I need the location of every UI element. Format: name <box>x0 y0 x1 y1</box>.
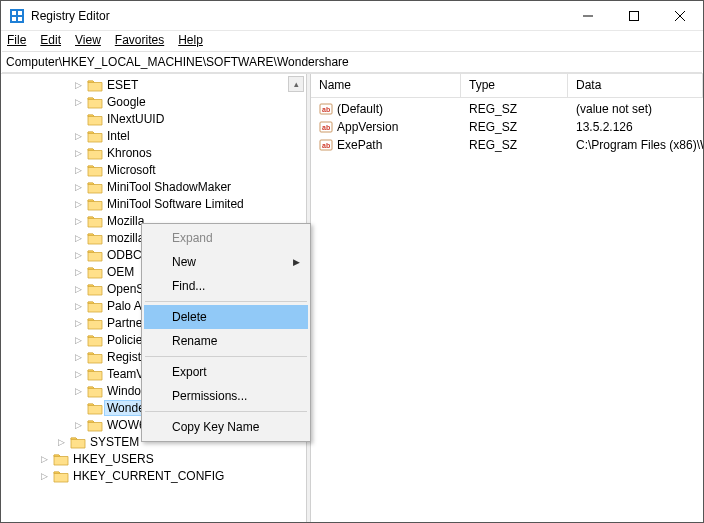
ctx-separator <box>145 356 307 357</box>
expander-icon[interactable]: ▷ <box>71 95 85 109</box>
folder-icon <box>87 265 103 279</box>
expander-icon[interactable]: ▷ <box>71 384 85 398</box>
expander-icon[interactable]: ▷ <box>71 282 85 296</box>
expander-icon[interactable]: ▷ <box>71 299 85 313</box>
svg-text:ab: ab <box>322 106 330 113</box>
value-name: (Default) <box>337 102 383 116</box>
folder-icon <box>87 384 103 398</box>
close-button[interactable] <box>657 1 703 30</box>
scroll-up-button[interactable]: ▴ <box>288 76 304 92</box>
tree-item-label: OEM <box>105 265 136 279</box>
svg-rect-3 <box>12 17 16 21</box>
svg-text:ab: ab <box>322 124 330 131</box>
expander-icon <box>71 401 85 415</box>
folder-icon <box>87 350 103 364</box>
expander-icon[interactable]: ▷ <box>54 435 68 449</box>
string-value-icon: ab <box>319 120 333 134</box>
folder-icon <box>87 282 103 296</box>
maximize-button[interactable] <box>611 1 657 30</box>
tree-item[interactable]: ▷Google <box>1 93 306 110</box>
folder-icon <box>87 180 103 194</box>
expander-icon[interactable]: ▷ <box>71 163 85 177</box>
ctx-permissions[interactable]: Permissions... <box>144 384 308 408</box>
tree-item[interactable]: ▷HKEY_CURRENT_CONFIG <box>1 467 306 484</box>
expander-icon[interactable]: ▷ <box>71 231 85 245</box>
expander-icon[interactable]: ▷ <box>71 265 85 279</box>
menu-edit[interactable]: Edit <box>40 33 61 47</box>
ctx-copy-key-name[interactable]: Copy Key Name <box>144 415 308 439</box>
expander-icon[interactable]: ▷ <box>71 367 85 381</box>
value-type: REG_SZ <box>461 120 568 134</box>
ctx-new[interactable]: New▶ <box>144 250 308 274</box>
tree-item[interactable]: ▷Intel <box>1 127 306 144</box>
expander-icon[interactable]: ▷ <box>71 350 85 364</box>
tree-item[interactable]: ▷ESET <box>1 76 306 93</box>
expander-icon[interactable]: ▷ <box>71 180 85 194</box>
tree-item[interactable]: ▷HKEY_USERS <box>1 450 306 467</box>
tree-item-label: ESET <box>105 78 140 92</box>
value-type: REG_SZ <box>461 138 568 152</box>
ctx-export[interactable]: Export <box>144 360 308 384</box>
folder-icon <box>87 231 103 245</box>
tree-item[interactable]: INextUUID <box>1 110 306 127</box>
expander-icon[interactable]: ▷ <box>71 197 85 211</box>
list-row[interactable]: ab(Default)REG_SZ(value not set) <box>311 100 703 118</box>
content-area: ▴ ▷ESET▷GoogleINextUUID▷Intel▷Khronos▷Mi… <box>1 73 703 522</box>
registry-editor-window: Registry Editor File Edit View Favorites… <box>0 0 704 523</box>
tree-item-label: Google <box>105 95 148 109</box>
tree-item-label: INextUUID <box>105 112 166 126</box>
tree-item[interactable]: ▷Khronos <box>1 144 306 161</box>
folder-icon <box>87 112 103 126</box>
ctx-delete[interactable]: Delete <box>144 305 308 329</box>
folder-icon <box>87 248 103 262</box>
value-type: REG_SZ <box>461 102 568 116</box>
expander-icon[interactable]: ▷ <box>71 333 85 347</box>
col-header-name[interactable]: Name <box>311 74 461 97</box>
tree-item-label: Intel <box>105 129 132 143</box>
expander-icon[interactable]: ▷ <box>71 214 85 228</box>
svg-rect-6 <box>630 11 639 20</box>
expander-icon[interactable]: ▷ <box>71 316 85 330</box>
tree-item[interactable]: ▷MiniTool ShadowMaker <box>1 178 306 195</box>
svg-rect-2 <box>18 11 22 15</box>
menu-file[interactable]: File <box>7 33 26 47</box>
minimize-button[interactable] <box>565 1 611 30</box>
folder-icon <box>87 146 103 160</box>
ctx-expand[interactable]: Expand <box>144 226 308 250</box>
tree-item-label: MiniTool Software Limited <box>105 197 246 211</box>
list-row[interactable]: abExePathREG_SZC:\Program Files (x86)\Wo… <box>311 136 703 154</box>
tree-item[interactable]: ▷MiniTool Software Limited <box>1 195 306 212</box>
tree-item-label: HKEY_CURRENT_CONFIG <box>71 469 226 483</box>
list-pane: Name Type Data ab(Default)REG_SZ(value n… <box>311 74 703 522</box>
tree-item-label: MiniTool ShadowMaker <box>105 180 233 194</box>
list-row[interactable]: abAppVersionREG_SZ13.5.2.126 <box>311 118 703 136</box>
expander-icon[interactable]: ▷ <box>71 78 85 92</box>
expander-icon[interactable]: ▷ <box>71 248 85 262</box>
folder-icon <box>53 452 69 466</box>
folder-icon <box>87 163 103 177</box>
folder-icon <box>53 469 69 483</box>
col-header-data[interactable]: Data <box>568 74 703 97</box>
folder-icon <box>87 401 103 415</box>
expander-icon[interactable]: ▷ <box>37 452 51 466</box>
ctx-find[interactable]: Find... <box>144 274 308 298</box>
value-name: ExePath <box>337 138 382 152</box>
expander-icon[interactable]: ▷ <box>37 469 51 483</box>
list-body[interactable]: ab(Default)REG_SZ(value not set)abAppVer… <box>311 98 703 522</box>
titlebar: Registry Editor <box>1 1 703 31</box>
folder-icon <box>87 316 103 330</box>
string-value-icon: ab <box>319 102 333 116</box>
tree-item[interactable]: ▷Microsoft <box>1 161 306 178</box>
ctx-rename[interactable]: Rename <box>144 329 308 353</box>
expander-icon[interactable]: ▷ <box>71 418 85 432</box>
menu-view[interactable]: View <box>75 33 101 47</box>
address-bar[interactable]: Computer\HKEY_LOCAL_MACHINE\SOFTWARE\Won… <box>2 51 702 73</box>
folder-icon <box>87 78 103 92</box>
folder-icon <box>87 333 103 347</box>
expander-icon[interactable]: ▷ <box>71 146 85 160</box>
window-buttons <box>565 1 703 30</box>
expander-icon[interactable]: ▷ <box>71 129 85 143</box>
menu-help[interactable]: Help <box>178 33 203 47</box>
menu-favorites[interactable]: Favorites <box>115 33 164 47</box>
col-header-type[interactable]: Type <box>461 74 568 97</box>
